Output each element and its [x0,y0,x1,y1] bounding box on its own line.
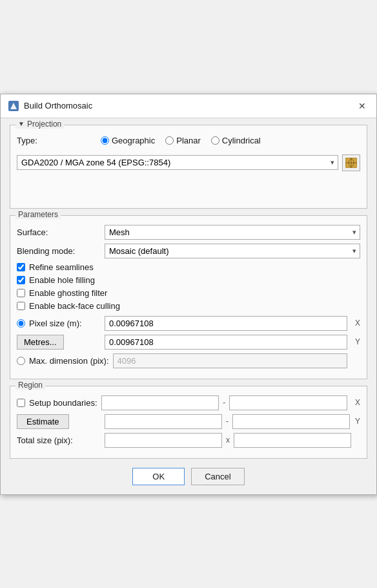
y-separator: - [226,417,229,426]
collapse-arrow[interactable]: ▼ [18,120,25,127]
boundary-y1-input[interactable] [105,414,222,429]
x-axis-label: X [351,319,360,328]
title-bar: Build Orthomosaic ✕ [1,94,376,118]
setup-boundaries-checkbox[interactable] [17,399,25,407]
title-bar-left: Build Orthomosaic [8,101,92,111]
y-axis-label: Y [351,337,360,346]
dialog-title: Build Orthomosaic [24,101,92,110]
button-row: OK Cancel [10,468,367,485]
boundary-x2-input[interactable] [229,395,347,410]
type-row: Type: Geographic Planar Cylindrical [17,136,360,145]
app-icon [8,101,19,111]
enable-back-face-culling-checkbox[interactable] [17,302,25,310]
max-dimension-input[interactable] [113,353,347,368]
planar-option[interactable]: Planar [165,136,201,145]
max-dimension-radio[interactable] [17,357,25,365]
surface-row: Surface: MeshPoint Cloud [17,225,360,240]
setup-boundaries-label: Setup boundaries: [29,398,97,408]
metres-button[interactable]: Metres... [17,335,64,350]
region-section: Region Setup boundaries: - X Estimate - … [10,386,367,459]
geographic-option[interactable]: Geographic [101,136,155,145]
estimate-row: Estimate - Y [17,414,360,429]
surface-select-wrapper: MeshPoint Cloud [105,225,360,240]
max-dimension-label: Max. dimension (pix): [29,356,109,366]
refine-seamlines-row: Refine seamlines [17,262,360,272]
map-tool-icon [345,158,357,168]
boundary-x1-input[interactable] [101,395,219,410]
enable-back-face-culling-label: Enable back-face culling [29,301,120,311]
region-y-axis-label: Y [354,417,360,426]
projection-section-title: ▼ Projection [15,120,64,129]
geographic-radio[interactable] [101,136,109,145]
total-size-label: Total size (pix): [17,436,101,445]
pixel-y-input[interactable] [105,335,347,350]
max-dimension-row: Max. dimension (pix): [17,353,360,368]
enable-ghosting-filter-checkbox[interactable] [17,289,25,297]
crs-select-wrapper: GDA2020 / MGA zone 54 (EPSG::7854) [17,155,338,170]
build-orthomosaic-dialog: Build Orthomosaic ✕ ▼ Projection Type: G… [0,94,377,495]
enable-hole-filling-row: Enable hole filling [17,275,360,285]
metres-row: Metres... Y [17,335,360,350]
blending-select[interactable]: Mosaic (default)AverageDisabled [105,244,360,258]
total-separator: x [226,436,230,445]
surface-label: Surface: [17,227,101,237]
refine-seamlines-label: Refine seamlines [29,262,94,272]
parameters-section-title: Parameters [15,210,61,219]
blending-label: Blending mode: [17,246,101,256]
region-x-axis-label: X [351,398,360,407]
pixel-x-input[interactable] [105,316,347,331]
region-section-title: Region [15,381,45,390]
setup-boundaries-row: Setup boundaries: - X [17,395,360,410]
cancel-button[interactable]: Cancel [191,468,244,485]
cylindrical-option[interactable]: Cylindrical [211,136,261,145]
total-size-row: Total size (pix): x [17,433,360,448]
refine-seamlines-checkbox[interactable] [17,263,25,271]
dialog-body: ▼ Projection Type: Geographic Planar [1,118,376,494]
pixel-size-row: Pixel size (m): X [17,316,360,331]
ok-button[interactable]: OK [132,468,185,485]
cylindrical-label: Cylindrical [222,136,261,145]
cylindrical-radio[interactable] [211,136,219,145]
projection-type-radio-group: Geographic Planar Cylindrical [101,136,261,145]
geographic-label: Geographic [112,136,155,145]
enable-hole-filling-label: Enable hole filling [29,275,95,285]
enable-back-face-culling-row: Enable back-face culling [17,301,360,311]
pixel-size-label: Pixel size (m): [29,319,82,328]
crs-tool-button[interactable] [342,154,360,171]
total-width-input[interactable] [105,433,222,448]
crs-select[interactable]: GDA2020 / MGA zone 54 (EPSG::7854) [17,155,338,170]
total-height-input[interactable] [234,433,351,448]
x-separator-1: - [223,398,225,407]
projection-section: ▼ Projection Type: Geographic Planar [10,125,367,209]
planar-label: Planar [176,136,201,145]
blending-select-wrapper: Mosaic (default)AverageDisabled [105,244,360,258]
enable-hole-filling-checkbox[interactable] [17,276,25,284]
boundary-y2-input[interactable] [232,414,350,429]
enable-ghosting-filter-row: Enable ghosting filter [17,288,360,298]
projection-label: Projection [27,120,61,129]
close-button[interactable]: ✕ [356,100,369,112]
crs-row: GDA2020 / MGA zone 54 (EPSG::7854) [17,154,360,171]
type-label: Type: [17,136,101,145]
surface-select[interactable]: MeshPoint Cloud [105,225,360,240]
blending-row: Blending mode: Mosaic (default)AverageDi… [17,244,360,258]
estimate-button[interactable]: Estimate [17,414,69,429]
parameters-section: Parameters Surface: MeshPoint Cloud Blen… [10,215,367,379]
planar-radio[interactable] [165,136,174,145]
enable-ghosting-filter-label: Enable ghosting filter [29,288,107,298]
pixel-size-radio[interactable] [17,319,25,328]
